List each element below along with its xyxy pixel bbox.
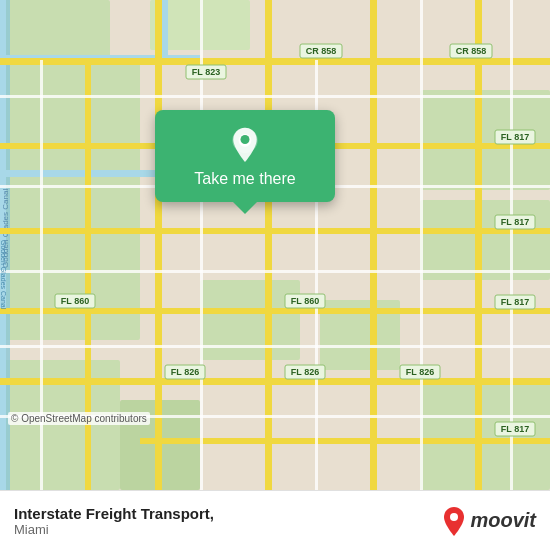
svg-rect-4: [420, 200, 550, 280]
svg-rect-17: [0, 58, 550, 65]
location-info: Interstate Freight Transport, Miami: [14, 505, 214, 537]
moovit-pin-icon: [442, 506, 466, 536]
svg-text:FL 817: FL 817: [501, 217, 529, 227]
svg-rect-27: [85, 60, 91, 490]
svg-text:FL 817: FL 817: [501, 297, 529, 307]
moovit-brand-text: moovit: [470, 509, 536, 532]
svg-text:FL 817: FL 817: [501, 424, 529, 434]
location-subtitle: Miami: [14, 522, 214, 537]
svg-rect-19: [0, 228, 550, 234]
bottom-bar: Interstate Freight Transport, Miami moov…: [0, 490, 550, 550]
svg-text:CR 858: CR 858: [456, 46, 487, 56]
map-attribution: © OpenStreetMap contributors: [8, 412, 150, 425]
tooltip-label: Take me there: [194, 170, 295, 188]
svg-rect-21: [0, 378, 550, 385]
svg-point-66: [450, 513, 458, 521]
svg-text:FL 860: FL 860: [61, 296, 89, 306]
svg-point-65: [241, 135, 250, 144]
svg-text:FL 826: FL 826: [171, 367, 199, 377]
svg-rect-31: [0, 345, 550, 348]
svg-text:FL 860: FL 860: [291, 296, 319, 306]
svg-rect-28: [0, 95, 550, 98]
moovit-logo: moovit: [442, 506, 536, 536]
svg-rect-20: [0, 308, 550, 314]
svg-rect-30: [0, 270, 550, 273]
svg-text:FL 826: FL 826: [291, 367, 319, 377]
svg-text:CR 858: CR 858: [306, 46, 337, 56]
svg-rect-37: [510, 0, 513, 490]
location-pin-icon: [227, 126, 263, 162]
tooltip-card[interactable]: Take me there: [155, 110, 335, 202]
svg-rect-36: [420, 0, 423, 490]
svg-text:FL 826: FL 826: [406, 367, 434, 377]
svg-text:FL 817: FL 817: [501, 132, 529, 142]
svg-rect-33: [40, 60, 43, 490]
svg-text:Godden Glades Canal: Godden Glades Canal: [0, 240, 7, 310]
location-title: Interstate Freight Transport,: [14, 505, 214, 522]
map-container[interactable]: Godden Glades Canal: [0, 0, 550, 490]
svg-text:FL 823: FL 823: [192, 67, 220, 77]
svg-rect-16: [0, 170, 160, 177]
